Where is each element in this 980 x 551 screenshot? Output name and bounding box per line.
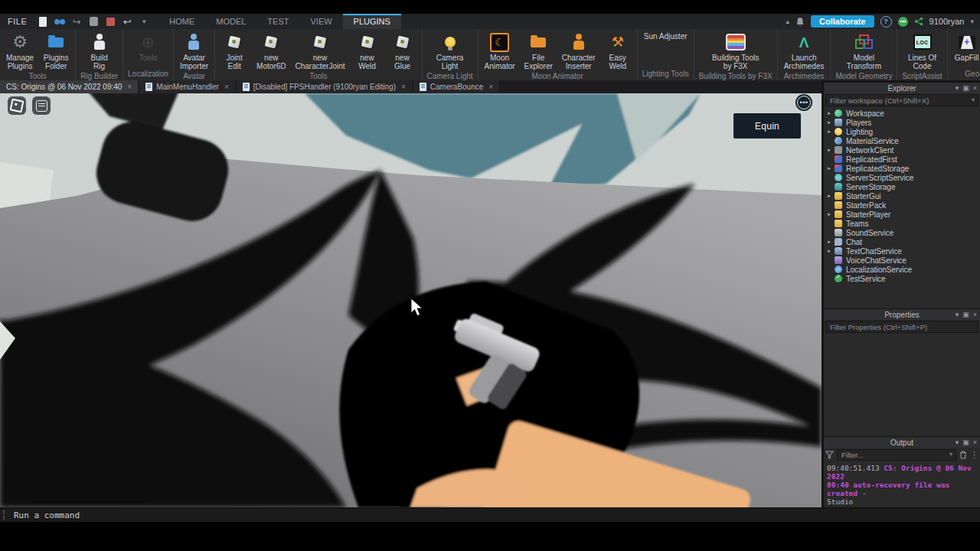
expand-arrow-icon[interactable]: ▸ xyxy=(824,110,835,116)
properties-filter-input[interactable]: Filter Properties (Ctrl+Shift+P) xyxy=(825,321,978,333)
panel-close-icon[interactable]: × xyxy=(973,311,977,318)
ribbon-item-lines-of-code[interactable]: LOCLines Of Code xyxy=(903,29,941,70)
expand-arrow-icon[interactable]: ▸ xyxy=(824,248,835,254)
ribbon-item-sun-adjuster[interactable]: Sun Adjuster xyxy=(639,29,692,41)
ribbon-item-character-inserter[interactable]: Character Inserter xyxy=(557,29,600,70)
tab-close-icon[interactable]: × xyxy=(224,83,229,91)
expand-arrow-icon[interactable]: ▸ xyxy=(824,147,835,153)
clear-output-trash-icon[interactable] xyxy=(959,451,967,459)
explorer-item-replicatedfirst[interactable]: ReplicatedFirst xyxy=(824,155,980,164)
caret-icon[interactable]: ▾ xyxy=(138,15,150,28)
equip-button[interactable]: Equin xyxy=(733,113,801,139)
tab-close-icon[interactable]: × xyxy=(401,83,406,91)
menu-tab-view[interactable]: VIEW xyxy=(299,14,342,29)
command-bar[interactable]: Run a command xyxy=(0,507,980,522)
doc-tab-mainmenuhandler[interactable]: MainMenuHandler× xyxy=(139,80,235,93)
panel-collapse-icon[interactable]: ▾ xyxy=(956,311,959,318)
collapse-ribbon-icon[interactable]: ▴ xyxy=(786,18,790,25)
more-options-button[interactable]: ••• xyxy=(795,94,812,111)
explorer-item-textchatservice[interactable]: ▸TextChatService xyxy=(824,246,980,256)
ribbon-item-new-characterjoint[interactable]: new CharacterJoint xyxy=(290,29,349,70)
expand-arrow-icon[interactable]: ▸ xyxy=(824,119,835,126)
viewport-3d[interactable]: ••• Equin xyxy=(0,93,822,507)
explorer-item-networkclient[interactable]: ▸NetworkClient xyxy=(824,145,980,155)
collaborate-button[interactable]: Collaborate xyxy=(811,15,874,28)
chat-button[interactable] xyxy=(32,96,51,115)
menu-tab-model[interactable]: MODEL xyxy=(205,14,256,29)
user-menu-caret-icon[interactable]: ▾ xyxy=(970,18,974,25)
explorer-filter-input[interactable]: Filter workspace (Ctrl+Shift+X) ▾ xyxy=(825,94,978,106)
explorer-item-testservice[interactable]: TestService xyxy=(824,274,980,283)
ribbon-item-joint-edit[interactable]: Joint Edit xyxy=(217,29,252,70)
panel-close-icon[interactable]: × xyxy=(973,439,977,446)
new-file-icon[interactable] xyxy=(37,15,49,28)
panel-popout-icon[interactable]: ▣ xyxy=(962,85,969,92)
explorer-item-soundservice[interactable]: SoundService xyxy=(824,228,980,237)
doc-tab-disabled-fpshandler-9100ryan-e[interactable]: [Disabled] FPSHandler (9100ryan Editing)… xyxy=(237,80,412,93)
expand-arrow-icon[interactable]: ▸ xyxy=(824,211,835,217)
ribbon-item-moon-animator[interactable]: ☾Moon Animator xyxy=(480,29,520,70)
ribbon-item-file-explorer[interactable]: File Explorer xyxy=(520,29,557,70)
explorer-item-lighting[interactable]: ▸Lighting xyxy=(824,127,980,136)
ribbon-item-new-glue[interactable]: new Glue xyxy=(385,29,420,70)
panel-collapse-icon[interactable]: ▾ xyxy=(956,439,959,446)
explorer-item-chat[interactable]: ▸Chat xyxy=(824,237,980,246)
panel-popout-icon[interactable]: ▣ xyxy=(962,439,969,446)
ribbon-item-launch-archimedes[interactable]: ΛLaunch Archimedes xyxy=(779,29,829,70)
ribbon-item-tools[interactable]: ⊕Tools xyxy=(130,29,165,62)
panel-popout-icon[interactable]: ▣ xyxy=(962,311,969,318)
explorer-item-serverscriptservice[interactable]: ServerScriptService xyxy=(824,173,980,182)
command-input[interactable]: Run a command xyxy=(14,510,80,520)
ribbon-item-build-rig[interactable]: Build Rig xyxy=(82,29,117,70)
explorer-item-materialservice[interactable]: MaterialService xyxy=(824,136,980,145)
status-minus-icon[interactable] xyxy=(898,17,908,27)
funnel-filter-icon[interactable] xyxy=(825,451,834,459)
expand-arrow-icon[interactable]: ▸ xyxy=(824,129,835,135)
output-menu-kebab-icon[interactable]: ⋮ xyxy=(970,451,978,459)
menu-tab-plugins[interactable]: PLUGINS xyxy=(343,14,401,29)
expand-arrow-icon[interactable]: ▸ xyxy=(824,239,835,245)
ribbon-item-gapfill[interactable]: +GapFill xyxy=(949,29,980,62)
ribbon-item-easy-weld[interactable]: ⚒Easy Weld xyxy=(600,29,635,70)
roblox-menu-button[interactable] xyxy=(8,96,26,115)
ribbon-item-building-tools-by-f3x[interactable]: Building Tools by F3X xyxy=(707,29,764,70)
ribbon-item-manage-plugins[interactable]: ⚙Manage Plugins xyxy=(2,29,38,70)
doc-tab-camerabounce[interactable]: CameraBounce× xyxy=(413,80,499,93)
expand-arrow-icon[interactable]: ▸ xyxy=(824,193,835,199)
explorer-item-replicatedstorage[interactable]: ▸ReplicatedStorage xyxy=(824,164,980,173)
panel-collapse-icon[interactable]: ▾ xyxy=(956,85,959,92)
plugin-icon[interactable] xyxy=(87,15,100,28)
panel-close-icon[interactable]: × xyxy=(973,85,977,92)
redo-icon[interactable]: ↪ xyxy=(70,15,83,28)
filter-caret-icon[interactable]: ▾ xyxy=(972,97,975,103)
help-icon[interactable]: ? xyxy=(880,16,892,28)
expand-arrow-icon[interactable]: ▸ xyxy=(824,165,835,171)
explorer-item-voicechatservice[interactable]: VoiceChatService xyxy=(824,256,980,265)
undo-icon[interactable]: ↩ xyxy=(121,15,133,28)
share-icon[interactable] xyxy=(914,17,923,26)
tab-close-icon[interactable]: × xyxy=(127,83,132,91)
ribbon-item-new-weld[interactable]: new Weld xyxy=(350,29,385,70)
explorer-item-localizationservice[interactable]: LocalizationService xyxy=(824,265,980,274)
ribbon-item-camera-light[interactable]: Camera Light xyxy=(432,29,469,70)
explorer-item-serverstorage[interactable]: ServerStorage xyxy=(824,182,980,191)
output-filter-dropdown[interactable]: Filter... ▾ xyxy=(837,449,956,461)
explorer-item-starterpack[interactable]: StarterPack xyxy=(824,201,980,210)
ribbon-item-avatar-importer[interactable]: Avatar Importer xyxy=(175,29,213,70)
explorer-item-startergui[interactable]: ▸StarterGui xyxy=(824,191,980,201)
username-label[interactable]: 9100ryan xyxy=(929,17,965,26)
ribbon-item-model-transform[interactable]: Model Transform xyxy=(842,29,886,70)
explorer-item-players[interactable]: ▸Players xyxy=(824,118,980,127)
tab-close-icon[interactable]: × xyxy=(488,83,493,91)
open-icon[interactable] xyxy=(54,15,66,28)
explorer-item-workspace[interactable]: ▸Workspace xyxy=(824,109,980,118)
stop-icon[interactable] xyxy=(104,15,116,28)
menu-tab-home[interactable]: HOME xyxy=(158,14,205,29)
explorer-item-starterplayer[interactable]: ▸StarterPlayer xyxy=(824,210,980,219)
notifications-bell-icon[interactable] xyxy=(795,17,805,27)
explorer-item-teams[interactable]: Teams xyxy=(824,219,980,228)
ribbon-item-plugins-folder[interactable]: Plugins Folder xyxy=(38,29,74,70)
menu-tab-test[interactable]: TEST xyxy=(256,14,299,29)
command-bar-handle[interactable] xyxy=(3,510,8,520)
file-menu[interactable]: FILE xyxy=(0,17,34,26)
